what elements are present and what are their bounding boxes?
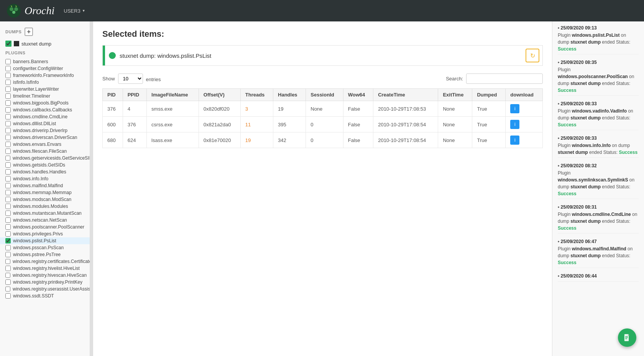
column-header[interactable]: Threads	[240, 89, 273, 101]
plugin-checkbox[interactable]	[5, 238, 11, 243]
plugin-checkbox[interactable]	[5, 80, 11, 85]
download-button[interactable]: i	[510, 136, 519, 145]
plugin-item[interactable]: windows.ssdt.SSDT	[0, 292, 90, 299]
user-menu[interactable]: USER3	[64, 8, 85, 14]
plugin-item[interactable]: windows.poolscanner.PoolScanner	[0, 224, 90, 230]
plugin-checkbox[interactable]	[5, 286, 10, 292]
plugin-item[interactable]: windows.bigpools.BigPools	[0, 100, 90, 106]
plugin-item[interactable]: windows.callbacks.Callbacks	[0, 106, 90, 113]
plugin-checkbox[interactable]	[5, 93, 11, 99]
column-header[interactable]: Dumped	[472, 89, 506, 101]
refresh-button[interactable]: ↻	[526, 49, 539, 62]
plugin-checkbox[interactable]	[5, 176, 11, 181]
plugin-checkbox[interactable]	[5, 259, 10, 264]
plugin-checkbox[interactable]	[5, 162, 11, 168]
column-header[interactable]: PPID	[123, 89, 146, 101]
plugin-item[interactable]: windows.pstree.PsTree	[0, 251, 90, 258]
plugin-item[interactable]: windows.modscan.ModScan	[0, 196, 90, 203]
plugin-item[interactable]: timeliner.Timeliner	[0, 93, 90, 100]
plugin-item[interactable]: windows.registry.hivelist.HiveList	[0, 265, 90, 272]
plugin-checkbox[interactable]	[5, 190, 11, 195]
plugin-item[interactable]: windows.getsids.GetSIDs	[0, 162, 90, 168]
column-header[interactable]: ExitTime	[438, 89, 472, 101]
plugin-checkbox[interactable]	[5, 245, 11, 250]
plugin-item[interactable]: windows.handles.Handles	[0, 168, 90, 175]
plugin-checkbox[interactable]	[5, 155, 10, 161]
plugin-checkbox[interactable]	[5, 107, 11, 113]
dump-checkbox[interactable]	[5, 41, 12, 47]
column-header[interactable]: CreateTime	[373, 89, 438, 101]
log-date: 25/09/2020 06:44	[558, 273, 639, 279]
plugin-item[interactable]: windows.envars.Envars	[0, 141, 90, 148]
plugin-item[interactable]: windows.registry.printkey.PrintKey	[0, 279, 90, 286]
column-header[interactable]: Wow64	[343, 89, 373, 101]
table-row: 3764smss.exe0x820df020319NoneFalse2010-1…	[103, 101, 543, 117]
dumps-add-button[interactable]: +	[25, 28, 33, 36]
plugin-checkbox[interactable]	[5, 114, 11, 119]
plugin-checkbox[interactable]	[5, 224, 11, 230]
column-header[interactable]: SessionId	[306, 89, 343, 101]
plugin-item[interactable]: isfinfo.IsfInfo	[0, 79, 90, 86]
plugin-item[interactable]: windows.modules.Modules	[0, 203, 90, 210]
plugin-item[interactable]: windows.cmdline.CmdLine	[0, 113, 90, 120]
plugin-item[interactable]: layerwriter.LayerWriter	[0, 86, 90, 93]
plugin-checkbox[interactable]	[5, 231, 11, 237]
plugin-checkbox[interactable]	[5, 149, 11, 154]
dump-item[interactable]: stuxnet dump	[0, 39, 90, 48]
plugin-item[interactable]: frameworkinfo.FrameworkInfo	[0, 72, 90, 79]
plugin-item[interactable]: windows.psscan.PsScan	[0, 244, 90, 251]
plugin-item[interactable]: windows.pslist.PsList	[0, 237, 90, 244]
svg-point-1	[10, 7, 13, 11]
plugin-checkbox[interactable]	[5, 135, 11, 140]
plugin-item[interactable]: windows.registry.userassist.UserAssist	[0, 286, 90, 292]
sidebar-drag-handle[interactable]	[90, 21, 93, 356]
plugin-item[interactable]: windows.mutantscan.MutantScan	[0, 210, 90, 217]
plugin-checkbox[interactable]	[5, 142, 11, 147]
plugin-item[interactable]: windows.netscan.NetScan	[0, 217, 90, 224]
download-button[interactable]: i	[510, 120, 519, 129]
plugin-item[interactable]: windows.filescan.FileScan	[0, 148, 90, 155]
plugin-item[interactable]: windows.info.Info	[0, 175, 90, 182]
plugin-checkbox[interactable]	[5, 266, 11, 271]
plugin-item[interactable]: windows.driverirp.DriverIrp	[0, 127, 90, 134]
log-dump: stuxnet dump	[570, 219, 601, 224]
column-header[interactable]: Handles	[273, 89, 306, 101]
plugin-checkbox[interactable]	[5, 204, 11, 209]
plugin-checkbox[interactable]	[5, 66, 11, 71]
plugin-item[interactable]: windows.driverscan.DriverScan	[0, 134, 90, 141]
plugin-item[interactable]: windows.privileges.Privs	[0, 230, 90, 237]
plugin-checkbox[interactable]	[5, 279, 11, 285]
fab-button[interactable]	[618, 328, 636, 347]
plugin-item[interactable]: windows.getservicesids.GetServiceSIDs	[0, 155, 90, 162]
plugin-checkbox[interactable]	[5, 128, 11, 133]
plugin-checkbox[interactable]	[5, 273, 10, 278]
plugin-checkbox[interactable]	[5, 293, 11, 299]
plugin-checkbox[interactable]	[5, 183, 11, 188]
plugin-checkbox[interactable]	[5, 87, 11, 92]
download-button[interactable]: i	[510, 104, 519, 113]
plugin-checkbox[interactable]	[5, 169, 11, 175]
column-header[interactable]: download	[506, 89, 543, 101]
plugin-checkbox[interactable]	[5, 217, 11, 223]
plugin-checkbox[interactable]	[5, 100, 11, 106]
entries-select[interactable]: 10 25 50	[118, 73, 143, 84]
plugin-item[interactable]: windows.memmap.Memmap	[0, 189, 90, 196]
plugin-checkbox[interactable]	[5, 197, 11, 202]
plugin-checkbox[interactable]	[5, 73, 11, 78]
plugin-item[interactable]: configwriter.ConfigWriter	[0, 65, 90, 72]
plugin-item[interactable]: windows.registry.certificates.Certificat…	[0, 258, 90, 265]
cell-create: 2010-10-29T17:08:54	[373, 117, 438, 132]
plugin-item[interactable]: windows.malfind.Malfind	[0, 182, 90, 189]
column-header[interactable]: Offset(V)	[199, 89, 240, 101]
plugin-checkbox[interactable]	[5, 211, 11, 216]
column-header[interactable]: PID	[103, 89, 123, 101]
plugin-checkbox[interactable]	[5, 59, 11, 64]
plugin-item[interactable]: windows.registry.hivescan.HiveScan	[0, 272, 90, 279]
plugin-item[interactable]: windows.dlllist.DllList	[0, 120, 90, 127]
plugin-item[interactable]: banners.Banners	[0, 58, 90, 65]
app-title: Orochi	[25, 5, 54, 17]
column-header[interactable]: ImageFileName	[147, 89, 199, 101]
search-input[interactable]	[466, 73, 543, 84]
plugin-checkbox[interactable]	[5, 252, 11, 257]
plugin-checkbox[interactable]	[5, 121, 11, 126]
